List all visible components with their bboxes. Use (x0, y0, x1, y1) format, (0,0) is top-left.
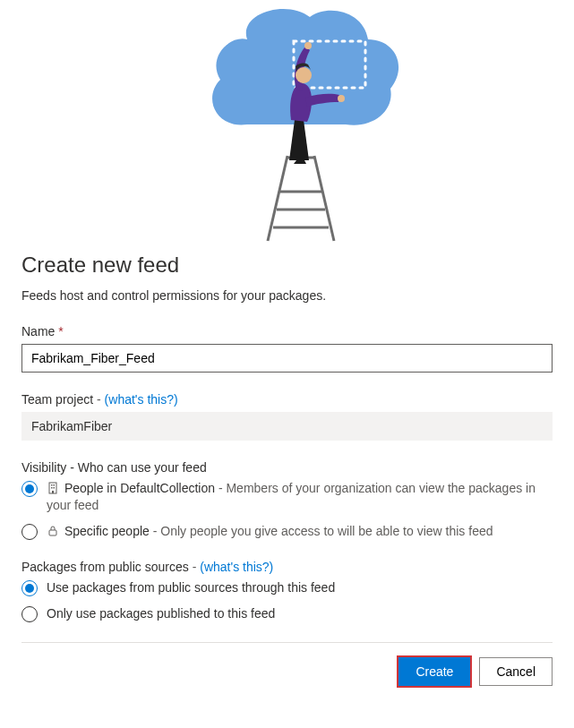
team-project-help-link[interactable]: (what's this?) (105, 392, 178, 407)
hero-illustration (21, 0, 553, 245)
svg-point-7 (304, 42, 312, 49)
svg-rect-15 (52, 491, 54, 493)
visibility-option-org-title: People in DefaultCollection (64, 481, 215, 495)
packages-option-public-label: Use packages from public sources through… (47, 579, 553, 596)
visibility-label: Visibility - Who can use your feed (21, 460, 553, 475)
name-field-section: Name * (21, 324, 553, 373)
radio-icon (21, 481, 38, 497)
visibility-section: Visibility - Who can use your feed Peopl… (21, 460, 553, 540)
cancel-button[interactable]: Cancel (479, 657, 553, 686)
svg-rect-13 (51, 487, 53, 489)
svg-rect-16 (49, 530, 56, 535)
create-button[interactable]: Create (398, 657, 470, 686)
name-label-text: Name (21, 324, 55, 338)
packages-option-public[interactable]: Use packages from public sources through… (21, 579, 553, 596)
team-project-section: Team project - (what's this?) (21, 392, 553, 441)
visibility-option-specific[interactable]: Specific people - Only people you give a… (21, 523, 553, 540)
svg-rect-11 (51, 484, 53, 486)
packages-option-only[interactable]: Only use packages published to this feed (21, 605, 553, 622)
team-project-label: Team project - (what's this?) (21, 392, 553, 407)
visibility-option-specific-title: Specific people (64, 524, 150, 538)
packages-section: Packages from public sources - (what's t… (21, 560, 553, 622)
svg-rect-12 (54, 484, 56, 486)
radio-icon (21, 580, 38, 596)
button-row: Create Cancel (21, 657, 553, 686)
lock-icon (47, 525, 59, 537)
packages-option-only-label: Only use packages published to this feed (47, 605, 553, 622)
visibility-option-specific-desc: Only people you give access to will be a… (160, 524, 493, 538)
svg-point-9 (296, 67, 312, 83)
page-title: Create new feed (21, 253, 553, 278)
required-asterisk: * (58, 324, 63, 338)
team-project-label-text: Team project (21, 392, 93, 407)
divider (21, 642, 553, 643)
page-subtitle: Feeds host and control permissions for y… (21, 288, 553, 303)
svg-point-8 (338, 95, 345, 102)
radio-icon (21, 524, 38, 540)
organization-icon (47, 482, 59, 494)
radio-icon (21, 606, 38, 622)
packages-help-link[interactable]: (what's this?) (200, 560, 273, 574)
packages-label-text: Packages from public sources (21, 560, 189, 574)
packages-label: Packages from public sources - (what's t… (21, 560, 553, 574)
visibility-option-org[interactable]: People in DefaultCollection - Members of… (21, 480, 553, 514)
svg-rect-14 (54, 487, 56, 489)
team-project-input (21, 412, 553, 441)
name-input[interactable] (21, 344, 553, 373)
name-label: Name * (21, 324, 553, 338)
